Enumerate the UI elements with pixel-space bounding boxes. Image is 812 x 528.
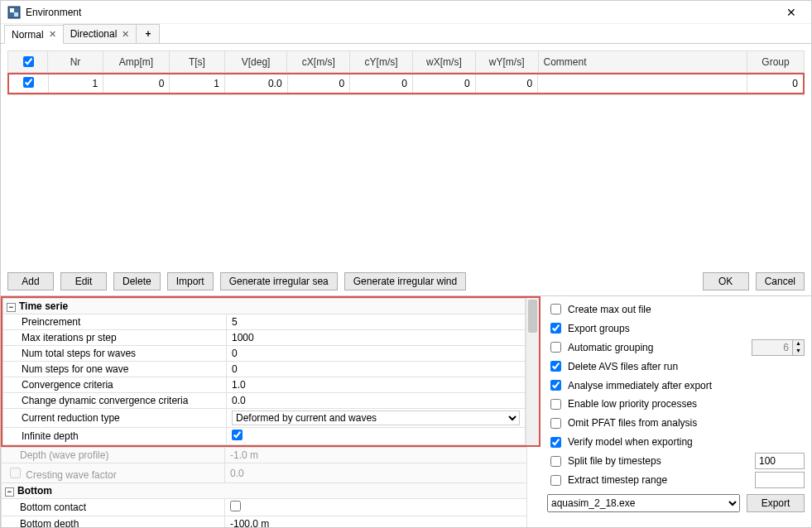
- svg-rect-1: [10, 8, 14, 12]
- prop-value[interactable]: 0.0: [227, 393, 526, 409]
- export-button[interactable]: Export: [747, 494, 805, 512]
- col-cx[interactable]: cX[m/s]: [287, 51, 350, 73]
- check-all[interactable]: [23, 56, 34, 67]
- opt-create-max[interactable]: Create max out file: [547, 301, 805, 317]
- import-button[interactable]: Import: [167, 272, 214, 290]
- extract-timestep-value[interactable]: [755, 472, 805, 488]
- cell-v[interactable]: 0.0: [224, 74, 287, 94]
- collapse-icon[interactable]: −: [7, 303, 16, 312]
- opt-extract-timestep[interactable]: Extract timestep range: [547, 473, 750, 488]
- window-title: Environment: [26, 7, 778, 18]
- exe-select[interactable]: aquasim_2_18.exe: [547, 494, 740, 512]
- prop-value[interactable]: -100.0 m: [225, 516, 527, 529]
- prop-label: Num steps for one wave: [3, 362, 227, 377]
- cresting-check: [10, 468, 21, 478]
- col-group[interactable]: Group: [747, 51, 805, 73]
- table-empty-area[interactable]: [7, 95, 805, 261]
- prop-value: 0.0: [225, 463, 527, 483]
- tab-close-icon[interactable]: ✕: [49, 29, 56, 40]
- ok-button[interactable]: OK: [703, 272, 749, 290]
- opt-omit-pfat[interactable]: Omit PFAT files from analysis: [547, 415, 805, 431]
- cell-amp[interactable]: 0: [103, 74, 170, 94]
- prop-label: Current reduction type: [3, 409, 227, 428]
- opt-export-groups[interactable]: Export groups: [547, 320, 805, 336]
- table-row[interactable]: 1 0 1 0.0 0 0 0 0 0: [8, 74, 804, 94]
- section-time-serie[interactable]: −Time serie: [3, 299, 526, 314]
- auto-grouping-spinner: 6 ▲▼: [752, 339, 805, 356]
- bottom-contact-check[interactable]: [230, 501, 241, 511]
- split-file-value[interactable]: [755, 453, 805, 469]
- spin-up-icon: ▲: [793, 340, 804, 348]
- export-options: Create max out file Export groups Automa…: [541, 296, 811, 517]
- prop-label: Preincrement: [3, 314, 227, 330]
- prop-value[interactable]: Deformed by current and waves: [227, 409, 526, 428]
- delete-button[interactable]: Delete: [113, 272, 161, 290]
- generate-wind-button[interactable]: Generate irregular wind: [344, 272, 466, 290]
- prop-label: Cresting wave factor: [2, 463, 225, 483]
- tab-directional[interactable]: Directional ✕: [63, 24, 137, 43]
- tab-normal[interactable]: Normal ✕: [4, 25, 64, 44]
- tab-add[interactable]: +: [136, 24, 160, 43]
- cell-wx[interactable]: 0: [412, 74, 475, 94]
- cell-nr[interactable]: 1: [48, 74, 103, 94]
- prop-label: Bottom contact: [2, 499, 225, 516]
- col-comment[interactable]: Comment: [538, 51, 747, 73]
- prop-value[interactable]: [225, 499, 527, 516]
- cancel-button[interactable]: Cancel: [756, 272, 805, 290]
- cell-cy[interactable]: 0: [350, 74, 413, 94]
- prop-label: Change dynamic convergence criteria: [3, 393, 227, 409]
- properties-grid-continued: Depth (wave profile)-1.0 m Cresting wave…: [1, 447, 527, 528]
- prop-value[interactable]: [227, 428, 526, 445]
- app-icon: [7, 6, 21, 19]
- opt-auto-grouping[interactable]: Automatic grouping: [547, 339, 747, 355]
- prop-label: Num total steps for waves: [3, 346, 227, 362]
- cell-wy[interactable]: 0: [475, 74, 538, 94]
- col-nr[interactable]: Nr: [48, 51, 103, 73]
- tab-label: Directional: [70, 28, 118, 40]
- section-bottom[interactable]: −Bottom: [2, 483, 527, 499]
- environment-table: Nr Amp[m] T[s] V[deg] cX[m/s] cY[m/s] wX…: [7, 50, 805, 73]
- col-amp[interactable]: Amp[m]: [103, 51, 169, 73]
- prop-label: Depth (wave profile): [2, 448, 225, 463]
- prop-value[interactable]: 0: [227, 362, 526, 377]
- opt-low-priority[interactable]: Enable low priority processes: [547, 396, 805, 412]
- opt-verify-model[interactable]: Verify model when exporting: [547, 434, 805, 450]
- col-cy[interactable]: cY[m/s]: [350, 51, 413, 73]
- col-check[interactable]: [8, 51, 48, 73]
- opt-split-file[interactable]: Split file by timesteps: [547, 454, 750, 469]
- opt-analyse[interactable]: Analyse immediately after export: [547, 377, 805, 393]
- add-button[interactable]: Add: [7, 272, 54, 290]
- tab-close-icon[interactable]: ✕: [122, 29, 129, 40]
- row-check[interactable]: [23, 77, 34, 88]
- prop-label: Convergence criteria: [3, 377, 227, 393]
- col-t[interactable]: T[s]: [170, 51, 225, 73]
- prop-label: Max iterations pr step: [3, 330, 227, 346]
- cell-group[interactable]: 0: [747, 74, 804, 94]
- edit-button[interactable]: Edit: [60, 272, 107, 290]
- generate-sea-button[interactable]: Generate irregular sea: [220, 272, 338, 290]
- current-reduction-select[interactable]: Deformed by current and waves: [232, 410, 520, 425]
- prop-label: Infinite depth: [3, 428, 227, 445]
- svg-rect-2: [14, 12, 18, 17]
- prop-value[interactable]: 1000: [227, 330, 526, 346]
- col-v[interactable]: V[deg]: [224, 51, 287, 73]
- cell-cx[interactable]: 0: [287, 74, 350, 94]
- opt-delete-avs[interactable]: Delete AVS files after run: [547, 358, 805, 374]
- col-wx[interactable]: wX[m/s]: [413, 51, 476, 73]
- spin-down-icon: ▼: [793, 348, 804, 355]
- environment-row-highlight: 1 0 1 0.0 0 0 0 0 0: [7, 73, 805, 94]
- cell-comment[interactable]: [538, 74, 747, 94]
- tab-bar: Normal ✕ Directional ✕ +: [1, 24, 811, 44]
- col-wy[interactable]: wY[m/s]: [475, 51, 538, 73]
- cell-t[interactable]: 1: [170, 74, 225, 94]
- properties-scrollbar[interactable]: [526, 298, 539, 445]
- prop-value[interactable]: 1.0: [227, 377, 526, 393]
- prop-value[interactable]: 5: [227, 314, 526, 330]
- prop-value[interactable]: 0: [227, 346, 526, 362]
- collapse-icon[interactable]: −: [5, 487, 14, 497]
- close-icon[interactable]: ✕: [778, 6, 805, 19]
- tab-label: Normal: [12, 29, 44, 41]
- infinite-depth-check[interactable]: [232, 430, 243, 440]
- plus-icon: +: [145, 28, 151, 40]
- scrollbar-thumb[interactable]: [528, 300, 537, 333]
